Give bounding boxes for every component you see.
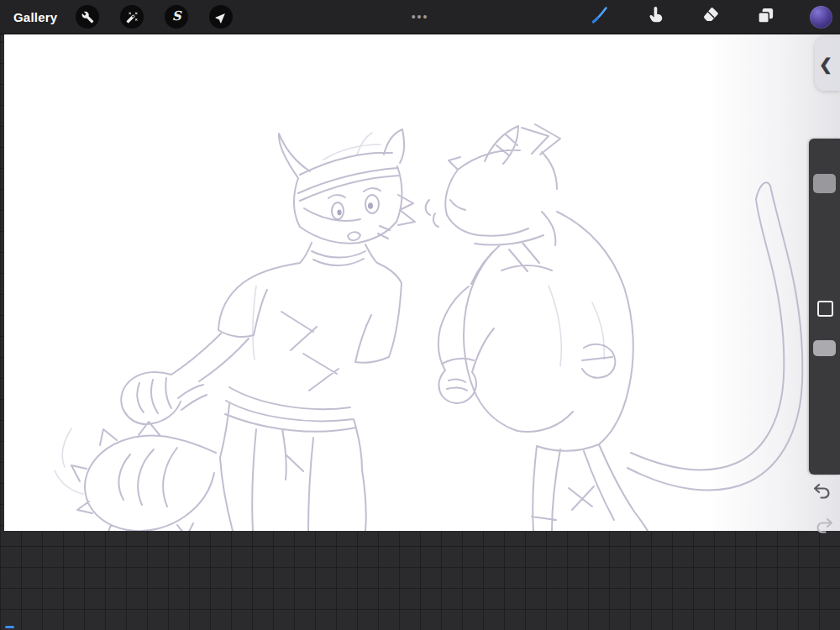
arrow-cursor-icon: [215, 11, 228, 24]
right-tool-group: [588, 0, 832, 34]
modify-button[interactable]: [817, 301, 833, 317]
more-dots-button[interactable]: •••: [412, 10, 429, 24]
paint-tool-button[interactable]: [588, 6, 611, 29]
canvas-sketch: [4, 34, 840, 531]
sketch-faint-lines: [55, 133, 604, 494]
redo-button[interactable]: [813, 513, 837, 537]
sketch-right-character: [426, 124, 803, 531]
actions-button[interactable]: [76, 5, 99, 29]
wrench-icon: [81, 11, 94, 24]
selection-button[interactable]: S: [165, 5, 188, 29]
layers-icon: [756, 6, 775, 29]
layers-button[interactable]: [754, 6, 777, 29]
eraser-icon: [701, 6, 720, 28]
brush-icon: [589, 4, 611, 29]
sketch-left-character: [71, 129, 415, 531]
brush-size-handle[interactable]: [813, 174, 836, 193]
brush-size-slider[interactable]: [809, 139, 840, 298]
corner-accent: [5, 626, 14, 628]
undo-arrow-icon: [810, 491, 833, 505]
color-swatch-button[interactable]: [810, 6, 832, 29]
gallery-button[interactable]: Gallery: [13, 10, 57, 24]
undo-button[interactable]: [810, 479, 833, 502]
redo-arrow-icon: [813, 525, 837, 539]
left-tool-group: S: [76, 5, 233, 29]
chevron-left-icon: ❮: [819, 56, 832, 72]
opacity-handle[interactable]: [813, 340, 836, 356]
side-panel-handle[interactable]: ❮: [815, 37, 840, 91]
drawing-canvas[interactable]: [4, 34, 840, 531]
s-glyph-icon: S: [172, 10, 181, 23]
finger-icon: [646, 6, 664, 28]
side-control-strip: [809, 139, 840, 475]
top-toolbar: Gallery S •••: [0, 0, 840, 34]
magic-wand-icon: [126, 11, 139, 24]
adjustments-button[interactable]: [120, 5, 144, 29]
opacity-slider[interactable]: [809, 328, 840, 475]
smudge-tool-button[interactable]: [643, 6, 666, 29]
active-color-swatch: [810, 6, 832, 29]
erase-tool-button[interactable]: [699, 6, 722, 29]
transform-button[interactable]: [209, 5, 233, 29]
